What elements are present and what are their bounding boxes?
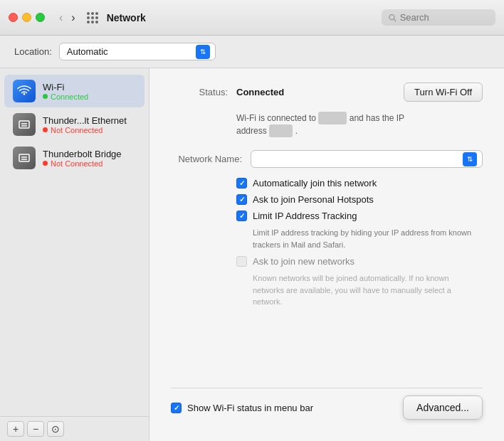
personal-hotspot-checkmark: ✓ (239, 196, 245, 203)
sidebar-item-eth[interactable]: Thunder...lt Ethernet Not Connected (4, 108, 145, 141)
right-panel: Status: Connected Turn Wi-Fi Off Wi-Fi i… (149, 68, 504, 441)
turn-wifi-off-button[interactable]: Turn Wi-Fi Off (404, 83, 483, 102)
apps-grid-icon[interactable] (87, 12, 98, 23)
status-label: Status: (171, 87, 228, 97)
maximize-button[interactable] (36, 13, 45, 22)
search-icon (389, 14, 397, 22)
sidebar-list: Wi-Fi Connected Thunder. (0, 68, 149, 416)
auto-join-label: Automatically join this network (253, 178, 377, 188)
network-name-select[interactable] (251, 150, 483, 168)
bridge-status-dot (43, 161, 48, 166)
sidebar-item-info-bridge: Thunderbolt Bridge Not Connected (43, 149, 122, 168)
status-row: Status: Connected Turn Wi-Fi Off (171, 83, 483, 102)
ask-new-networks-row: Ask to join new networks (236, 256, 483, 267)
ask-new-networks-checkbox[interactable] (236, 256, 247, 267)
sidebar-eth-status: Not Connected (43, 126, 127, 134)
location-label: Location: (14, 46, 52, 57)
svg-line-1 (394, 19, 396, 21)
sidebar-eth-name: Thunder...lt Ethernet (43, 115, 127, 126)
window-title: Network (107, 12, 376, 23)
add-network-button[interactable]: + (7, 421, 24, 437)
eth-status-text: Not Connected (51, 126, 103, 134)
advanced-button[interactable]: Advanced... (403, 395, 483, 420)
limit-ip-sublabel: Limit IP address tracking by hiding your… (253, 227, 481, 250)
auto-join-checkmark: ✓ (239, 179, 245, 187)
limit-ip-checkbox[interactable]: ✓ (236, 211, 247, 221)
titlebar: ‹ › Network (0, 0, 504, 36)
svg-rect-2 (19, 121, 29, 128)
auto-join-row: ✓ Automatically join this network (236, 178, 483, 188)
nav-buttons: ‹ › (56, 11, 78, 25)
auto-join-checkbox[interactable]: ✓ (236, 178, 247, 188)
eth-network-icon (13, 113, 36, 136)
personal-hotspot-checkbox[interactable]: ✓ (236, 194, 247, 205)
close-button[interactable] (9, 13, 18, 22)
sidebar-bridge-status: Not Connected (43, 159, 122, 168)
back-button[interactable]: ‹ (56, 11, 65, 25)
wifi-info-text: Wi-Fi is connected to and has the IP add… (236, 112, 483, 137)
bridge-status-text: Not Connected (51, 159, 103, 168)
ask-new-networks-label: Ask to join new networks (253, 256, 355, 267)
ip-blurred (269, 124, 293, 137)
bottom-bar: ✓ Show Wi-Fi status in menu bar Advanced… (171, 388, 483, 427)
eth-status-dot (43, 127, 48, 132)
search-box[interactable] (382, 9, 495, 26)
sidebar-item-wifi[interactable]: Wi-Fi Connected (4, 75, 145, 107)
info-address: address (236, 126, 269, 136)
network-name-label: Network Name: (171, 154, 242, 164)
minimize-button[interactable] (22, 13, 31, 22)
location-select[interactable]: Automatic (59, 43, 216, 60)
info-mid: and has the IP (350, 113, 404, 123)
sidebar-wifi-name: Wi-Fi (43, 82, 88, 92)
info-pre: Wi-Fi is connected to (236, 113, 318, 123)
network-name-row: Network Name: ⇅ (171, 150, 483, 168)
remove-network-button[interactable]: − (27, 421, 44, 437)
network-actions-button[interactable]: ⊙ (47, 421, 64, 437)
svg-point-0 (389, 14, 394, 19)
forward-button[interactable]: › (68, 11, 78, 25)
main-content: Wi-Fi Connected Thunder. (0, 68, 504, 441)
wifi-status-dot (43, 94, 48, 99)
ask-new-networks-sublabel: Known networks will be joined automatica… (253, 272, 481, 308)
status-value: Connected (236, 87, 284, 97)
show-menu-bar-label: Show Wi-Fi status in menu bar (187, 403, 313, 413)
info-period: . (295, 126, 298, 136)
sidebar-item-bridge[interactable]: Thunderbolt Bridge Not Connected (4, 142, 145, 174)
checkbox-section: ✓ Automatically join this network ✓ Ask … (236, 178, 483, 308)
show-menu-bar-checkbox[interactable]: ✓ (171, 403, 182, 413)
limit-ip-checkmark: ✓ (239, 212, 245, 220)
show-menu-bar-checkmark: ✓ (174, 404, 179, 412)
bridge-network-icon (13, 147, 36, 169)
personal-hotspot-row: ✓ Ask to join Personal Hotspots (236, 194, 483, 205)
limit-ip-row: ✓ Limit IP Address Tracking (236, 211, 483, 221)
location-select-wrapper: Automatic ⇅ (59, 43, 216, 60)
sidebar-bridge-name: Thunderbolt Bridge (43, 149, 122, 159)
sidebar-item-info-eth: Thunder...lt Ethernet Not Connected (43, 115, 127, 134)
limit-ip-label: Limit IP Address Tracking (253, 211, 357, 221)
svg-rect-5 (19, 154, 29, 161)
sidebar-toolbar: + − ⊙ (0, 416, 149, 441)
location-bar: Location: Automatic ⇅ (0, 36, 504, 68)
network-name-select-wrapper: ⇅ (251, 150, 483, 168)
personal-hotspot-label: Ask to join Personal Hotspots (253, 194, 374, 205)
wifi-network-icon (13, 80, 36, 102)
sidebar-wifi-status: Connected (43, 92, 88, 101)
ssid-blurred (318, 112, 347, 124)
bottom-left: ✓ Show Wi-Fi status in menu bar (171, 403, 313, 413)
search-input[interactable] (400, 12, 488, 23)
traffic-lights (9, 13, 45, 22)
wifi-status-text: Connected (51, 92, 88, 101)
sidebar: Wi-Fi Connected Thunder. (0, 68, 149, 441)
sidebar-item-info-wifi: Wi-Fi Connected (43, 82, 88, 101)
